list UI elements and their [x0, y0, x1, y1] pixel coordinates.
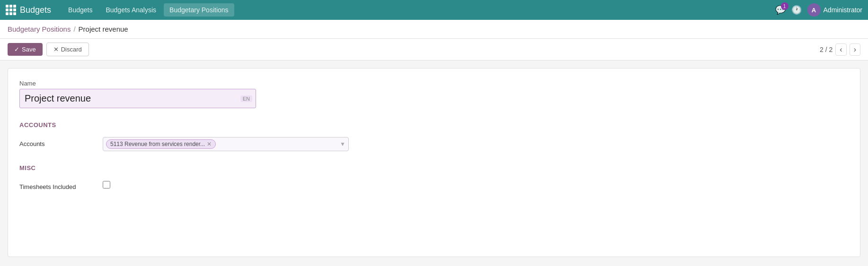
discard-x-icon: ✕ [53, 46, 59, 53]
discard-button[interactable]: ✕ Discard [46, 43, 89, 56]
timesheets-checkbox[interactable] [103, 181, 110, 189]
save-button[interactable]: ✓ Save [8, 43, 43, 56]
lang-tag: EN [240, 95, 252, 102]
app-title: Budgets [20, 5, 51, 15]
save-label: Save [22, 46, 36, 53]
action-bar: ✓ Save ✕ Discard 2 / 2 ‹ › [0, 39, 868, 60]
nav-budgetary-positions[interactable]: Budgetary Positions [164, 3, 234, 17]
next-record-button[interactable]: › [850, 43, 860, 56]
pagination-text: 2 / 2 [820, 46, 833, 53]
accounts-row: Accounts 5113 Revenue from services rend… [19, 137, 849, 151]
breadcrumb: Budgetary Positions / Project revenue [8, 25, 128, 33]
breadcrumb-separator: / [73, 25, 75, 33]
account-tag-label: 5113 Revenue from services render... [110, 141, 205, 147]
grid-icon [6, 5, 16, 15]
nav-budgets[interactable]: Budgets [62, 3, 98, 17]
form-card: Name EN Accounts Accounts 5113 Revenue f… [8, 68, 860, 257]
account-tag: 5113 Revenue from services render... ✕ [106, 139, 216, 149]
chat-button[interactable]: 💬 1 [775, 5, 786, 15]
name-input[interactable] [19, 89, 256, 108]
name-field-group: Name EN [19, 80, 849, 108]
timesheets-row: Timesheets Included [19, 180, 849, 190]
accounts-tags-field[interactable]: 5113 Revenue from services render... ✕ ▼ [103, 137, 349, 151]
nav-budgets-analysis[interactable]: Budgets Analysis [100, 3, 162, 17]
navbar-right: 💬 1 🕐 A Administrator [775, 3, 862, 17]
account-tag-remove[interactable]: ✕ [207, 141, 212, 147]
accounts-field-value: 5113 Revenue from services render... ✕ ▼ [103, 137, 849, 151]
discard-label: Discard [61, 46, 82, 53]
user-menu-button[interactable]: A Administrator [807, 3, 862, 17]
pagination-controls: 2 / 2 ‹ › [820, 43, 860, 56]
accounts-dropdown-arrow[interactable]: ▼ [340, 141, 345, 147]
name-label: Name [19, 80, 849, 87]
accounts-section-header: Accounts [19, 121, 849, 130]
main-content: Name EN Accounts Accounts 5113 Revenue f… [0, 60, 868, 265]
avatar: A [807, 3, 821, 17]
timesheets-label: Timesheets Included [19, 180, 95, 190]
timesheets-value [103, 180, 849, 190]
clock-icon: 🕐 [791, 5, 802, 15]
breadcrumb-parent[interactable]: Budgetary Positions [8, 25, 71, 33]
navbar: Budgets Budgets Budgets Analysis Budgeta… [0, 0, 868, 20]
breadcrumb-current: Project revenue [79, 25, 128, 33]
clock-button[interactable]: 🕐 [791, 5, 802, 15]
name-input-wrapper: EN [19, 89, 256, 108]
prev-record-button[interactable]: ‹ [835, 43, 846, 56]
main-nav: Budgets Budgets Analysis Budgetary Posit… [62, 3, 775, 17]
breadcrumb-bar: Budgetary Positions / Project revenue [0, 20, 868, 39]
chat-badge: 1 [781, 2, 788, 10]
app-brand[interactable]: Budgets [6, 5, 51, 15]
misc-section-header: Misc [19, 164, 849, 173]
accounts-field-label: Accounts [19, 137, 95, 147]
username-label: Administrator [824, 6, 862, 14]
save-check-icon: ✓ [14, 46, 19, 53]
